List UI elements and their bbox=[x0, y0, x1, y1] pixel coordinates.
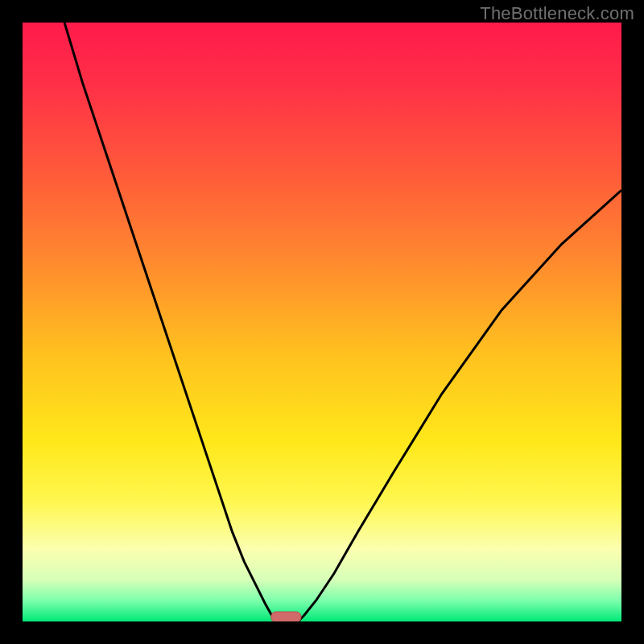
watermark-text: TheBottleneck.com bbox=[480, 3, 634, 24]
chart-svg bbox=[23, 23, 621, 621]
chart-frame: TheBottleneck.com bbox=[0, 0, 644, 644]
min-marker bbox=[271, 612, 301, 621]
plot-area bbox=[23, 23, 621, 621]
chart-background bbox=[23, 23, 621, 621]
